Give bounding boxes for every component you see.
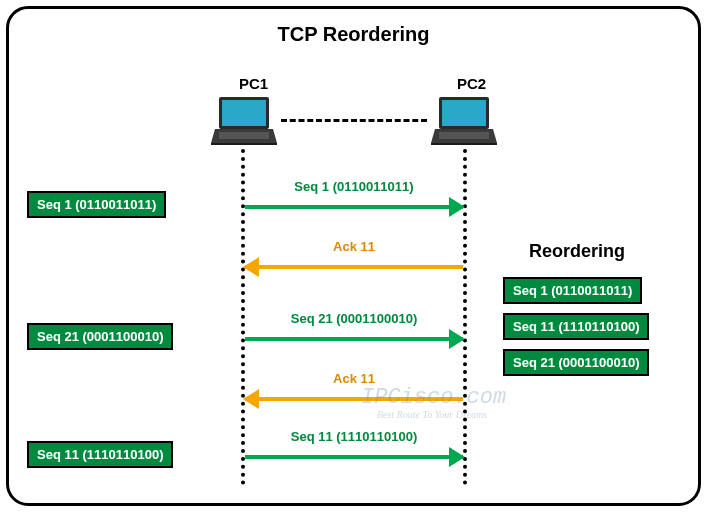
reorder-box-11: Seq 11 (1110110100)	[503, 313, 649, 340]
arrow-seq1: Seq 1 (0110011011)	[245, 197, 463, 217]
left-seq-box-11: Seq 11 (1110110100)	[27, 441, 173, 468]
reorder-box-1: Seq 1 (0110011011)	[503, 277, 642, 304]
arrow-seq1-label: Seq 1 (0110011011)	[294, 179, 413, 194]
svg-rect-6	[431, 143, 497, 145]
left-seq-box-1: Seq 1 (0110011011)	[27, 191, 166, 218]
svg-rect-3	[219, 132, 269, 139]
pc2-label: PC2	[457, 75, 486, 92]
pc1-label: PC1	[239, 75, 268, 92]
arrow-seq11: Seq 11 (1110110100)	[245, 447, 463, 467]
connection-line	[281, 119, 427, 122]
svg-rect-2	[211, 143, 277, 145]
watermark: IPCisco.com	[361, 385, 506, 410]
arrow-seq21: Seq 21 (0001100010)	[245, 329, 463, 349]
arrow-seq11-label: Seq 11 (1110110100)	[291, 429, 417, 444]
diagram-frame: TCP Reordering PC1 PC2 Seq 1 (0110011011…	[6, 6, 701, 506]
laptop-pc1-icon	[209, 95, 279, 147]
arrow-ack2-label: Ack 11	[333, 371, 375, 386]
laptop-pc2-icon	[429, 95, 499, 147]
arrow-ack1-label: Ack 11	[333, 239, 375, 254]
svg-rect-5	[442, 100, 486, 126]
watermark-sub: Best Route To Your Dreams	[377, 409, 487, 420]
reorder-box-21: Seq 21 (0001100010)	[503, 349, 649, 376]
arrow-seq21-label: Seq 21 (0001100010)	[291, 311, 417, 326]
left-seq-box-21: Seq 21 (0001100010)	[27, 323, 173, 350]
arrow-ack1: Ack 11	[245, 257, 463, 277]
diagram-title: TCP Reordering	[278, 23, 430, 46]
svg-rect-7	[439, 132, 489, 139]
svg-rect-1	[222, 100, 266, 126]
reorder-title: Reordering	[529, 241, 625, 262]
